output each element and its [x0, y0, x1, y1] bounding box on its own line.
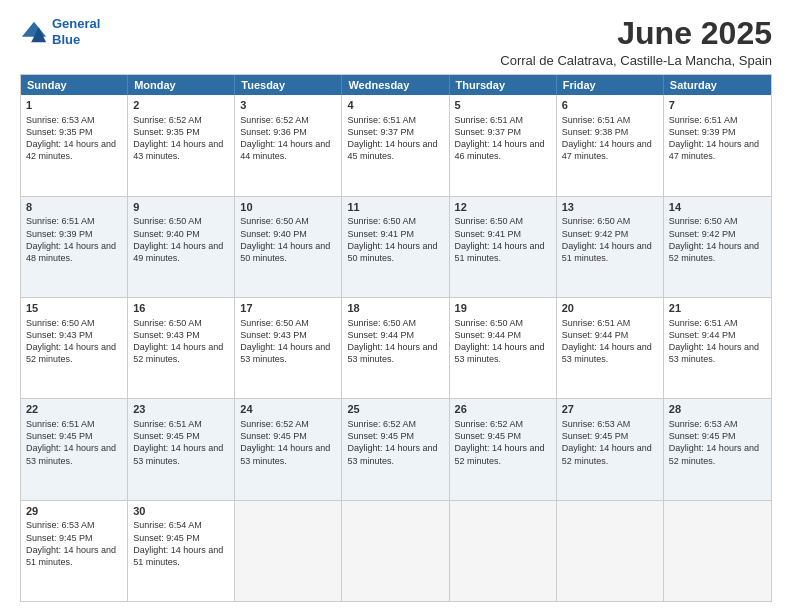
- daylight-text: Daylight: 14 hours and 42 minutes.: [26, 139, 116, 161]
- sunrise-text: Sunrise: 6:52 AM: [240, 419, 309, 429]
- daylight-text: Daylight: 14 hours and 44 minutes.: [240, 139, 330, 161]
- daylight-text: Daylight: 14 hours and 46 minutes.: [455, 139, 545, 161]
- calendar-cell: 23Sunrise: 6:51 AMSunset: 9:45 PMDayligh…: [128, 399, 235, 499]
- daylight-text: Daylight: 14 hours and 50 minutes.: [240, 241, 330, 263]
- sunset-text: Sunset: 9:38 PM: [562, 127, 629, 137]
- day-number: 24: [240, 402, 336, 417]
- daylight-text: Daylight: 14 hours and 53 minutes.: [347, 443, 437, 465]
- day-number: 30: [133, 504, 229, 519]
- day-number: 10: [240, 200, 336, 215]
- sunset-text: Sunset: 9:45 PM: [133, 533, 200, 543]
- daylight-text: Daylight: 14 hours and 52 minutes.: [669, 241, 759, 263]
- day-number: 21: [669, 301, 766, 316]
- daylight-text: Daylight: 14 hours and 53 minutes.: [26, 443, 116, 465]
- sunrise-text: Sunrise: 6:51 AM: [562, 115, 631, 125]
- calendar-cell: 12Sunrise: 6:50 AMSunset: 9:41 PMDayligh…: [450, 197, 557, 297]
- sunrise-text: Sunrise: 6:50 AM: [347, 216, 416, 226]
- sunrise-text: Sunrise: 6:54 AM: [133, 520, 202, 530]
- sunset-text: Sunset: 9:40 PM: [240, 229, 307, 239]
- logo: General Blue: [20, 16, 100, 47]
- logo-line1: General: [52, 16, 100, 31]
- day-number: 18: [347, 301, 443, 316]
- day-number: 14: [669, 200, 766, 215]
- calendar-cell: 22Sunrise: 6:51 AMSunset: 9:45 PMDayligh…: [21, 399, 128, 499]
- calendar-cell: 6Sunrise: 6:51 AMSunset: 9:38 PMDaylight…: [557, 95, 664, 195]
- sunrise-text: Sunrise: 6:50 AM: [133, 318, 202, 328]
- day-number: 17: [240, 301, 336, 316]
- sunrise-text: Sunrise: 6:50 AM: [240, 318, 309, 328]
- sunrise-text: Sunrise: 6:51 AM: [347, 115, 416, 125]
- sunrise-text: Sunrise: 6:52 AM: [455, 419, 524, 429]
- day-number: 6: [562, 98, 658, 113]
- sunset-text: Sunset: 9:36 PM: [240, 127, 307, 137]
- sunrise-text: Sunrise: 6:50 AM: [669, 216, 738, 226]
- daylight-text: Daylight: 14 hours and 52 minutes.: [562, 443, 652, 465]
- daylight-text: Daylight: 14 hours and 45 minutes.: [347, 139, 437, 161]
- calendar-cell: 14Sunrise: 6:50 AMSunset: 9:42 PMDayligh…: [664, 197, 771, 297]
- sunrise-text: Sunrise: 6:52 AM: [133, 115, 202, 125]
- sunrise-text: Sunrise: 6:50 AM: [26, 318, 95, 328]
- day-number: 11: [347, 200, 443, 215]
- sunset-text: Sunset: 9:44 PM: [562, 330, 629, 340]
- calendar-header-cell: Saturday: [664, 75, 771, 95]
- calendar-cell: 19Sunrise: 6:50 AMSunset: 9:44 PMDayligh…: [450, 298, 557, 398]
- day-number: 29: [26, 504, 122, 519]
- daylight-text: Daylight: 14 hours and 51 minutes.: [26, 545, 116, 567]
- sunrise-text: Sunrise: 6:50 AM: [455, 318, 524, 328]
- sunrise-text: Sunrise: 6:53 AM: [562, 419, 631, 429]
- calendar-cell: 30Sunrise: 6:54 AMSunset: 9:45 PMDayligh…: [128, 501, 235, 601]
- calendar-cell: 5Sunrise: 6:51 AMSunset: 9:37 PMDaylight…: [450, 95, 557, 195]
- calendar-cell: [664, 501, 771, 601]
- sunrise-text: Sunrise: 6:51 AM: [455, 115, 524, 125]
- calendar-header-cell: Friday: [557, 75, 664, 95]
- sunrise-text: Sunrise: 6:52 AM: [240, 115, 309, 125]
- sunset-text: Sunset: 9:45 PM: [240, 431, 307, 441]
- calendar-header: SundayMondayTuesdayWednesdayThursdayFrid…: [21, 75, 771, 95]
- sunrise-text: Sunrise: 6:51 AM: [26, 419, 95, 429]
- day-number: 19: [455, 301, 551, 316]
- daylight-text: Daylight: 14 hours and 47 minutes.: [562, 139, 652, 161]
- daylight-text: Daylight: 14 hours and 47 minutes.: [669, 139, 759, 161]
- calendar-header-cell: Sunday: [21, 75, 128, 95]
- day-number: 25: [347, 402, 443, 417]
- sunrise-text: Sunrise: 6:51 AM: [26, 216, 95, 226]
- calendar-row: 22Sunrise: 6:51 AMSunset: 9:45 PMDayligh…: [21, 399, 771, 500]
- calendar-row: 1Sunrise: 6:53 AMSunset: 9:35 PMDaylight…: [21, 95, 771, 196]
- calendar-cell: 3Sunrise: 6:52 AMSunset: 9:36 PMDaylight…: [235, 95, 342, 195]
- day-number: 20: [562, 301, 658, 316]
- daylight-text: Daylight: 14 hours and 53 minutes.: [455, 342, 545, 364]
- subtitle: Corral de Calatrava, Castille-La Mancha,…: [500, 53, 772, 68]
- sunset-text: Sunset: 9:35 PM: [26, 127, 93, 137]
- sunrise-text: Sunrise: 6:52 AM: [347, 419, 416, 429]
- sunset-text: Sunset: 9:39 PM: [26, 229, 93, 239]
- sunset-text: Sunset: 9:45 PM: [26, 431, 93, 441]
- sunrise-text: Sunrise: 6:50 AM: [455, 216, 524, 226]
- sunset-text: Sunset: 9:37 PM: [455, 127, 522, 137]
- daylight-text: Daylight: 14 hours and 43 minutes.: [133, 139, 223, 161]
- logo-icon: [20, 18, 48, 46]
- day-number: 4: [347, 98, 443, 113]
- sunset-text: Sunset: 9:41 PM: [347, 229, 414, 239]
- sunset-text: Sunset: 9:43 PM: [26, 330, 93, 340]
- day-number: 16: [133, 301, 229, 316]
- sunset-text: Sunset: 9:45 PM: [133, 431, 200, 441]
- daylight-text: Daylight: 14 hours and 53 minutes.: [669, 342, 759, 364]
- daylight-text: Daylight: 14 hours and 52 minutes.: [133, 342, 223, 364]
- calendar-cell: [235, 501, 342, 601]
- daylight-text: Daylight: 14 hours and 51 minutes.: [133, 545, 223, 567]
- calendar-cell: 24Sunrise: 6:52 AMSunset: 9:45 PMDayligh…: [235, 399, 342, 499]
- calendar-row: 8Sunrise: 6:51 AMSunset: 9:39 PMDaylight…: [21, 197, 771, 298]
- sunset-text: Sunset: 9:43 PM: [240, 330, 307, 340]
- calendar-cell: 9Sunrise: 6:50 AMSunset: 9:40 PMDaylight…: [128, 197, 235, 297]
- calendar-cell: 29Sunrise: 6:53 AMSunset: 9:45 PMDayligh…: [21, 501, 128, 601]
- sunrise-text: Sunrise: 6:53 AM: [26, 115, 95, 125]
- calendar-cell: 16Sunrise: 6:50 AMSunset: 9:43 PMDayligh…: [128, 298, 235, 398]
- daylight-text: Daylight: 14 hours and 53 minutes.: [562, 342, 652, 364]
- daylight-text: Daylight: 14 hours and 52 minutes.: [455, 443, 545, 465]
- calendar-cell: [342, 501, 449, 601]
- calendar-header-cell: Tuesday: [235, 75, 342, 95]
- day-number: 3: [240, 98, 336, 113]
- sunset-text: Sunset: 9:35 PM: [133, 127, 200, 137]
- calendar-cell: 7Sunrise: 6:51 AMSunset: 9:39 PMDaylight…: [664, 95, 771, 195]
- calendar-cell: 15Sunrise: 6:50 AMSunset: 9:43 PMDayligh…: [21, 298, 128, 398]
